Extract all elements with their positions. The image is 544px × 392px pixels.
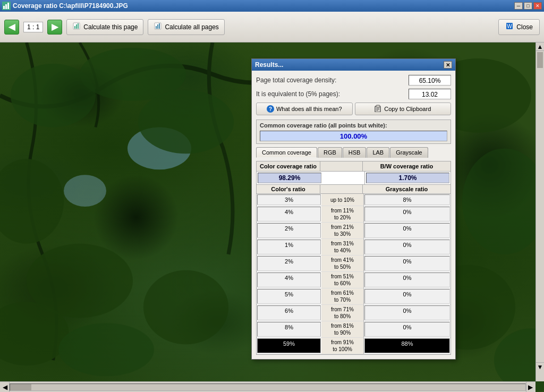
svg-point-23 <box>143 270 228 345</box>
window-title: Coverage ratio C:\apfill\P7184900.JPG <box>13 2 514 10</box>
horizontal-scrollbar[interactable]: ◀ ▶ <box>0 381 536 392</box>
coverage-values-row: 98.29% 1.70% <box>257 172 450 185</box>
gray-val-cell: 0% <box>364 272 450 287</box>
vertical-scrollbar[interactable]: ▲ ▼ <box>536 42 544 381</box>
dialog-close-icon: ✕ <box>446 62 450 68</box>
tab-lab[interactable]: LAB <box>367 147 389 158</box>
gray-val-cell: 0% <box>364 256 450 271</box>
table-rows-container: 3% up to 10% 8% 4% from 11%to 20% 0% 2% … <box>257 194 450 354</box>
range-cell: from 11%to 20% <box>321 206 364 222</box>
gray-val-cell: 0% <box>364 223 450 238</box>
maximize-button[interactable]: □ <box>524 2 532 10</box>
next-button[interactable]: ▶ <box>47 20 62 35</box>
svg-point-18 <box>0 159 64 244</box>
what-does-button[interactable]: ? What does all this mean? <box>256 103 353 115</box>
dialog-title: Results... <box>255 61 444 69</box>
equivalent-row: It is equivalent to (5% pages): 13.02 <box>256 89 451 99</box>
tab-rgb[interactable]: RGB <box>318 147 342 158</box>
color-val-cell: 2% <box>257 223 321 238</box>
table-row: 8% from 81%to 90% 0% <box>257 321 450 338</box>
title-bar: Coverage ratio C:\apfill\P7184900.JPG ─ … <box>0 0 544 12</box>
range-cell: from 91%to 100% <box>321 338 364 354</box>
close-label: Close <box>516 23 533 31</box>
color-val-cell: 3% <box>257 194 321 205</box>
action-row: ? What does all this mean? Copy to Clip <box>256 103 451 115</box>
range-cell: from 61%to 70% <box>321 288 364 304</box>
svg-rect-7 <box>78 23 79 29</box>
copy-clipboard-button[interactable]: Copy to Clipboard <box>355 103 452 115</box>
color-val-cell: 8% <box>257 322 321 337</box>
clipboard-label: Copy to Clipboard <box>384 106 431 112</box>
scroll-down-button[interactable]: ▼ <box>536 362 544 371</box>
range-spacer <box>320 185 363 193</box>
svg-rect-1 <box>3 6 5 9</box>
common-coverage-title: Common coverage ratio (all points but wh… <box>260 122 447 129</box>
range-cell: from 81%to 90% <box>321 321 364 337</box>
range-cell: from 71%to 80% <box>321 305 364 321</box>
scroll-right-button[interactable]: ▶ <box>526 382 534 392</box>
bw-coverage-header: B/W coverage ratio <box>363 161 450 171</box>
color-val-cell: 6% <box>257 305 321 320</box>
prev-button[interactable]: ◀ <box>4 20 19 35</box>
svg-point-15 <box>64 175 106 207</box>
calculate-all-icon <box>154 22 162 32</box>
table-row: 2% from 21%to 30% 0% <box>257 223 450 239</box>
svg-rect-9 <box>156 26 157 29</box>
table-row: 6% from 71%to 80% 0% <box>257 305 450 321</box>
page-total-value: 65.10% <box>409 75 451 86</box>
equivalent-label: It is equivalent to (5% pages): <box>256 90 409 98</box>
calculate-page-button[interactable]: Calculate this page <box>66 19 143 35</box>
scroll-thumb[interactable] <box>537 52 543 68</box>
dialog-close-button[interactable]: ✕ <box>444 61 452 69</box>
svg-point-22 <box>58 323 154 376</box>
color-val-cell: 2% <box>257 256 321 271</box>
scroll-thumb-horizontal[interactable] <box>10 384 31 390</box>
tabs-bar: Common coverage RGB HSB LAB Grayscale <box>256 147 451 158</box>
coverage-headers: Color coverage ratio B/W coverage ratio <box>257 161 450 172</box>
bw-coverage-value: 1.70% <box>366 173 449 183</box>
results-dialog: Results... ✕ Page total coverage density… <box>251 58 456 360</box>
toolbar: ◀ 1 : 1 ▶ Calculate this page Calculate … <box>0 12 544 42</box>
question-icon: ? <box>267 105 274 113</box>
table-row: 4% from 51%to 60% 0% <box>257 272 450 288</box>
color-val-cell: 4% <box>257 207 321 221</box>
tab-hsb[interactable]: HSB <box>343 147 367 158</box>
calculate-all-button[interactable]: Calculate all pages <box>148 19 224 35</box>
svg-point-25 <box>462 148 544 254</box>
calculate-all-label: Calculate all pages <box>165 23 218 31</box>
table-row: 5% from 61%to 70% 0% <box>257 288 450 305</box>
subheaders-row: Color's ratio Grayscale ratio <box>257 185 450 194</box>
coverage-table: Color coverage ratio B/W coverage ratio … <box>256 161 451 355</box>
gray-val-cell: 0% <box>364 305 450 320</box>
tab-common-coverage[interactable]: Common coverage <box>256 147 317 158</box>
tab-grayscale[interactable]: Grayscale <box>390 147 428 158</box>
svg-point-19 <box>138 90 234 154</box>
svg-text:W: W <box>507 23 513 29</box>
calculate-page-label: Calculate this page <box>83 23 138 31</box>
range-cell: from 21%to 30% <box>321 223 364 238</box>
table-row: 2% from 41%to 50% 0% <box>257 255 450 272</box>
range-cell: from 51%to 60% <box>321 272 364 288</box>
range-cell: from 31%to 40% <box>321 239 364 255</box>
table-row: 4% from 11%to 20% 0% <box>257 206 450 223</box>
close-button[interactable]: W Close <box>498 19 540 35</box>
svg-rect-29 <box>376 105 380 107</box>
table-row: 1% from 31%to 40% 0% <box>257 239 450 255</box>
svg-rect-2 <box>5 4 7 9</box>
spacer-val <box>322 172 365 184</box>
main-area: ▲ ▼ ◀ ▶ Results... ✕ Page total coverage… <box>0 42 544 392</box>
scroll-track-horizontal[interactable] <box>10 384 526 391</box>
scroll-left-button[interactable]: ◀ <box>1 382 10 392</box>
close-window-button[interactable]: ✕ <box>533 2 542 10</box>
colors-ratio-header: Color's ratio <box>257 185 320 193</box>
zoom-level: 1 : 1 <box>23 22 43 32</box>
scroll-up-button[interactable]: ▲ <box>536 42 544 51</box>
gray-val-cell: 0% <box>364 240 450 254</box>
app-icon <box>2 2 11 10</box>
common-coverage-value: 100.00% <box>260 131 447 141</box>
svg-rect-10 <box>157 24 158 29</box>
what-does-label: What does all this mean? <box>276 106 342 112</box>
page-total-label: Page total coverage density: <box>256 76 409 84</box>
minimize-button[interactable]: ─ <box>514 2 523 10</box>
window-controls: ─ □ ✕ <box>514 2 542 10</box>
